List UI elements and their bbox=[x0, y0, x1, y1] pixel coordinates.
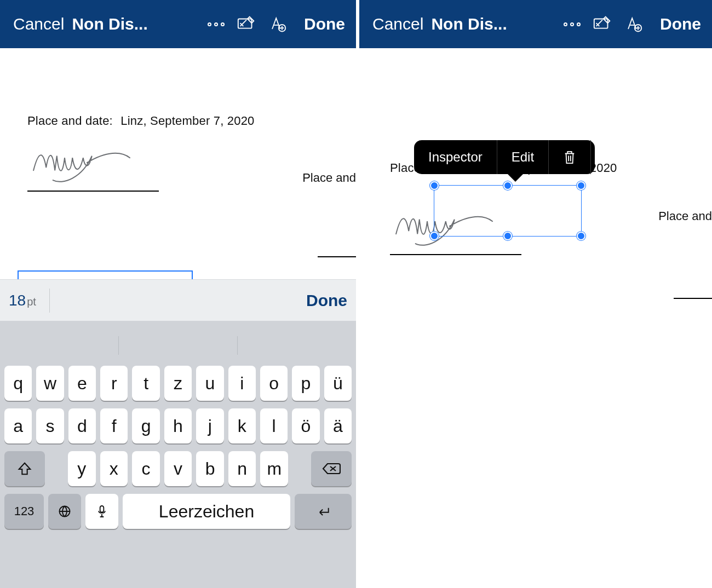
key-q[interactable]: q bbox=[4, 366, 32, 401]
edit-menu-item[interactable]: Edit bbox=[497, 140, 549, 174]
key-n[interactable]: n bbox=[228, 451, 256, 486]
resize-handle[interactable] bbox=[430, 181, 439, 190]
key-i[interactable]: i bbox=[228, 366, 256, 401]
document-title: Non Dis... bbox=[431, 15, 507, 33]
key-p[interactable]: p bbox=[292, 366, 319, 401]
cancel-button[interactable]: Cancel bbox=[13, 15, 64, 33]
font-size-stepper[interactable]: 18 pt bbox=[9, 292, 36, 309]
key-f[interactable]: f bbox=[100, 408, 128, 443]
key-o[interactable]: o bbox=[260, 366, 288, 401]
more-icon[interactable] bbox=[204, 13, 227, 36]
signature-line bbox=[390, 254, 521, 255]
key-a[interactable]: a bbox=[4, 408, 32, 443]
key-c[interactable]: c bbox=[132, 451, 160, 486]
dictation-key[interactable] bbox=[85, 494, 118, 529]
resize-handle[interactable] bbox=[430, 232, 439, 240]
key-u[interactable]: u bbox=[196, 366, 223, 401]
svg-rect-3 bbox=[100, 506, 104, 512]
key-h[interactable]: h bbox=[164, 408, 192, 443]
keyboard-done-button[interactable]: Done bbox=[306, 291, 347, 310]
place-date-value: Linz, September 7, 2020 bbox=[120, 114, 254, 128]
screenshot-right: Cancel Non Dis... Done Place and date: bbox=[356, 0, 712, 588]
place-date-label: Place and date: bbox=[27, 114, 113, 128]
more-icon[interactable] bbox=[560, 13, 583, 36]
place-date-line-right: Place and bbox=[658, 209, 712, 223]
document-area: Place and date: Linz, September 7, 2020 … bbox=[359, 48, 712, 588]
annotate-icon[interactable] bbox=[591, 13, 614, 36]
inspector-menu-item[interactable]: Inspector bbox=[414, 140, 497, 174]
key-r[interactable]: r bbox=[100, 366, 128, 401]
document-area: Place and date: Linz, September 7, 2020 … bbox=[0, 48, 356, 588]
return-key[interactable] bbox=[295, 494, 352, 529]
key-l[interactable]: l bbox=[260, 408, 288, 443]
screenshot-left: Cancel Non Dis... Done Place and date: bbox=[0, 0, 356, 588]
keyboard-accessory: 18 pt Done bbox=[0, 279, 356, 321]
signature-line bbox=[27, 191, 159, 192]
resize-handle[interactable] bbox=[503, 232, 512, 240]
place-date-line: Place and date: Linz, September 7, 2020 bbox=[27, 114, 356, 128]
context-menu: Inspector Edit bbox=[414, 140, 595, 174]
key-t[interactable]: t bbox=[132, 366, 159, 401]
done-button[interactable]: Done bbox=[660, 15, 701, 33]
numeric-key[interactable]: 123 bbox=[4, 494, 44, 529]
resize-handle[interactable] bbox=[577, 181, 585, 190]
font-size-unit: pt bbox=[27, 296, 36, 308]
text-add-icon[interactable] bbox=[266, 13, 289, 36]
cancel-button[interactable]: Cancel bbox=[372, 15, 423, 33]
key-j[interactable]: j bbox=[196, 408, 223, 443]
keyboard-predictions bbox=[0, 331, 356, 360]
divider bbox=[49, 289, 50, 313]
key-d[interactable]: d bbox=[68, 408, 96, 443]
key-ö[interactable]: ö bbox=[292, 408, 319, 443]
delete-menu-item[interactable] bbox=[549, 140, 591, 174]
key-ä[interactable]: ä bbox=[324, 408, 352, 443]
key-ü[interactable]: ü bbox=[324, 366, 352, 401]
signature-line-right bbox=[674, 298, 712, 299]
place-date-line-right: Place and bbox=[302, 171, 356, 185]
navbar: Cancel Non Dis... Done bbox=[0, 0, 356, 48]
font-size-value: 18 bbox=[9, 292, 26, 309]
annotate-icon[interactable] bbox=[235, 13, 258, 36]
key-w[interactable]: w bbox=[36, 366, 64, 401]
shift-key[interactable] bbox=[4, 451, 45, 486]
key-v[interactable]: v bbox=[164, 451, 192, 486]
key-m[interactable]: m bbox=[260, 451, 288, 486]
key-x[interactable]: x bbox=[100, 451, 128, 486]
keyboard[interactable]: qwertzuiopü asdfghjklöä yxcvbnm 123 bbox=[0, 321, 356, 588]
backspace-key[interactable] bbox=[311, 451, 352, 486]
signature-line-right bbox=[318, 256, 356, 257]
key-z[interactable]: z bbox=[164, 366, 192, 401]
key-b[interactable]: b bbox=[196, 451, 224, 486]
key-k[interactable]: k bbox=[228, 408, 256, 443]
globe-key[interactable] bbox=[48, 494, 81, 529]
selection-box[interactable] bbox=[434, 185, 582, 237]
resize-handle[interactable] bbox=[577, 232, 585, 240]
key-y[interactable]: y bbox=[68, 451, 96, 486]
key-e[interactable]: e bbox=[68, 366, 96, 401]
document-title: Non Dis... bbox=[72, 15, 147, 33]
space-key[interactable]: Leerzeichen bbox=[123, 494, 290, 529]
key-s[interactable]: s bbox=[36, 408, 64, 443]
resize-handle[interactable] bbox=[503, 181, 512, 190]
key-g[interactable]: g bbox=[132, 408, 159, 443]
text-add-icon[interactable] bbox=[622, 13, 645, 36]
navbar: Cancel Non Dis... Done bbox=[359, 0, 712, 48]
done-button[interactable]: Done bbox=[304, 15, 345, 33]
